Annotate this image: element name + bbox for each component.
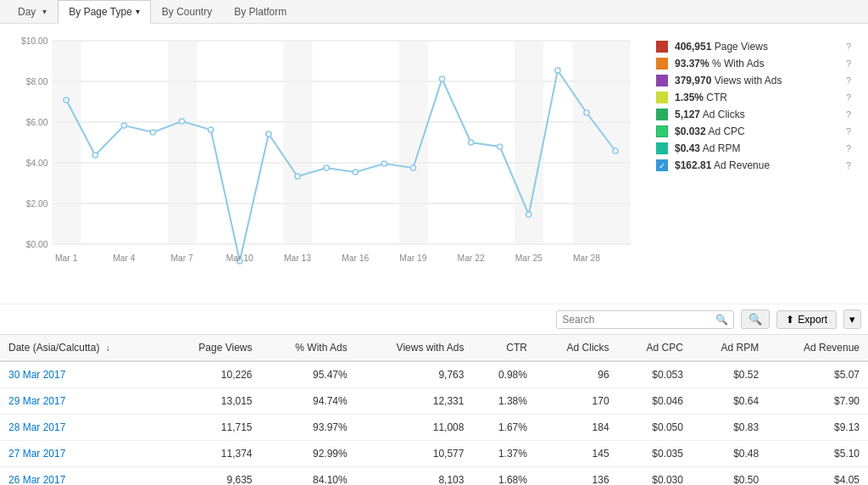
tab-page-type-arrow: ▾: [136, 7, 140, 16]
legend-label-page-views: 406,951 Page Views: [675, 41, 839, 53]
svg-point-32: [469, 140, 474, 145]
col-ad-revenue[interactable]: Ad Revenue: [767, 335, 868, 362]
legend-help-ad-rpm[interactable]: ?: [846, 143, 851, 153]
legend-label-ad-clicks: 5,127 Ad Clicks: [675, 109, 839, 120]
svg-point-18: [64, 98, 69, 103]
table-row: 28 Mar 201711,71593.97%11,0081.67%184$0.…: [0, 415, 868, 441]
svg-point-23: [209, 127, 214, 132]
svg-point-19: [92, 153, 97, 158]
legend-label-views-with-ads: 379,970 Views with Ads: [675, 75, 839, 86]
export-button[interactable]: ⬆ Export: [776, 310, 837, 329]
chart-svg: $10.00 $8.00 $6.00 $4.00 $2.00 $0.00: [8, 32, 639, 295]
table-cell: 136: [536, 467, 618, 486]
table-cell: 8,103: [356, 467, 473, 486]
svg-point-29: [381, 161, 387, 166]
table-cell: $0.030: [618, 467, 692, 486]
table-cell: 11,374: [164, 441, 261, 467]
col-views-with-ads[interactable]: Views with Ads: [356, 335, 473, 362]
table-cell: $4.05: [767, 467, 868, 486]
table-cell: 94.74%: [260, 388, 355, 415]
legend-container: 406,951 Page Views ? 93.37% % With Ads ?…: [639, 32, 860, 295]
export-label: Export: [798, 314, 827, 326]
legend-ad-rpm: $0.43 Ad RPM ?: [656, 142, 851, 154]
table-cell: 1.68%: [472, 467, 536, 486]
legend-help-ad-revenue[interactable]: ?: [846, 160, 851, 170]
svg-text:Mar 7: Mar 7: [170, 254, 193, 263]
table-cell[interactable]: 30 Mar 2017: [0, 361, 164, 388]
legend-color-pct-with-ads: [656, 58, 668, 70]
svg-point-28: [353, 170, 358, 175]
search-box[interactable]: 🔍: [556, 310, 734, 329]
svg-rect-12: [53, 41, 81, 244]
export-dropdown-button[interactable]: ▾: [843, 309, 861, 329]
table-cell: 95.47%: [260, 361, 355, 388]
col-date[interactable]: Date (Asia/Calcutta) ↓: [0, 335, 164, 362]
svg-text:Mar 22: Mar 22: [458, 254, 485, 263]
legend-color-ctr: [656, 92, 668, 103]
tab-page-type[interactable]: By Page Type ▾: [58, 0, 151, 24]
legend-views-with-ads: 379,970 Views with Ads ?: [656, 75, 851, 86]
col-ad-clicks[interactable]: Ad Clicks: [536, 335, 618, 362]
legend-color-ad-revenue: ✓: [656, 159, 668, 171]
chart-container: $10.00 $8.00 $6.00 $4.00 $2.00 $0.00: [8, 32, 639, 295]
svg-text:$8.00: $8.00: [26, 77, 48, 86]
legend-help-views-with-ads[interactable]: ?: [846, 75, 851, 86]
legend-color-ad-rpm: [656, 142, 668, 154]
table-cell: 93.97%: [260, 415, 355, 441]
search-button[interactable]: 🔍: [741, 309, 770, 329]
table-cell: $0.48: [692, 441, 767, 467]
col-ctr[interactable]: CTR: [472, 335, 536, 362]
table-cell: $9.13: [767, 415, 868, 441]
svg-rect-14: [283, 41, 312, 244]
svg-point-21: [150, 130, 155, 135]
legend-label-ad-cpc: $0.032 Ad CPC: [675, 125, 839, 137]
legend-help-page-views[interactable]: ?: [846, 42, 851, 52]
col-ad-rpm[interactable]: Ad RPM: [692, 335, 767, 362]
col-ctr-label: CTR: [506, 342, 527, 354]
svg-point-27: [324, 165, 329, 170]
col-views-with-ads-label: Views with Ads: [397, 342, 465, 354]
table-cell: 1.37%: [472, 441, 536, 467]
table-cell[interactable]: 29 Mar 2017: [0, 388, 164, 415]
tab-platform[interactable]: By Platform: [223, 0, 298, 24]
col-ad-rpm-label: Ad RPM: [721, 342, 760, 354]
table-cell: 1.67%: [472, 415, 536, 441]
table-cell[interactable]: 27 Mar 2017: [0, 441, 164, 467]
svg-point-35: [555, 68, 560, 73]
svg-text:Mar 1: Mar 1: [55, 254, 78, 263]
export-icon: ⬆: [786, 314, 794, 326]
legend-color-page-views: [656, 41, 668, 53]
svg-point-26: [295, 174, 300, 179]
legend-ad-cpc: $0.032 Ad CPC ?: [656, 125, 851, 137]
legend-label-ctr: 1.35% CTR: [675, 92, 839, 103]
table-cell: 184: [536, 415, 618, 441]
col-pct-with-ads[interactable]: % With Ads: [260, 335, 355, 362]
svg-text:$0.00: $0.00: [26, 240, 48, 249]
legend-color-ad-clicks: [656, 109, 668, 120]
tab-day[interactable]: Day ▾: [7, 0, 58, 24]
svg-text:Mar 25: Mar 25: [515, 254, 542, 263]
chart-area: $10.00 $8.00 $6.00 $4.00 $2.00 $0.00: [0, 24, 868, 304]
legend-help-pct-with-ads[interactable]: ?: [846, 59, 851, 69]
svg-text:Mar 10: Mar 10: [226, 254, 253, 263]
legend-ad-clicks: 5,127 Ad Clicks ?: [656, 109, 851, 120]
svg-rect-17: [572, 41, 630, 244]
table-cell[interactable]: 28 Mar 2017: [0, 415, 164, 441]
col-ad-cpc[interactable]: Ad CPC: [618, 335, 692, 362]
tab-country[interactable]: By Country: [151, 0, 223, 24]
legend-help-ad-clicks[interactable]: ?: [846, 109, 851, 120]
data-table: Date (Asia/Calcutta) ↓ Page Views % With…: [0, 334, 868, 485]
svg-point-22: [180, 119, 185, 124]
svg-point-36: [584, 110, 589, 115]
table-cell[interactable]: 26 Mar 2017: [0, 467, 164, 486]
table-cell: 9,763: [356, 361, 473, 388]
table-row: 30 Mar 201710,22695.47%9,7630.98%96$0.05…: [0, 361, 868, 388]
col-page-views[interactable]: Page Views: [164, 335, 261, 362]
legend-help-ad-cpc[interactable]: ?: [846, 126, 851, 137]
legend-ctr: 1.35% CTR ?: [656, 92, 851, 103]
search-input[interactable]: [562, 314, 715, 326]
table-header-row: Date (Asia/Calcutta) ↓ Page Views % With…: [0, 335, 868, 362]
legend-help-ctr[interactable]: ?: [846, 92, 851, 103]
svg-text:Mar 4: Mar 4: [113, 254, 136, 263]
col-ad-revenue-label: Ad Revenue: [804, 342, 860, 354]
